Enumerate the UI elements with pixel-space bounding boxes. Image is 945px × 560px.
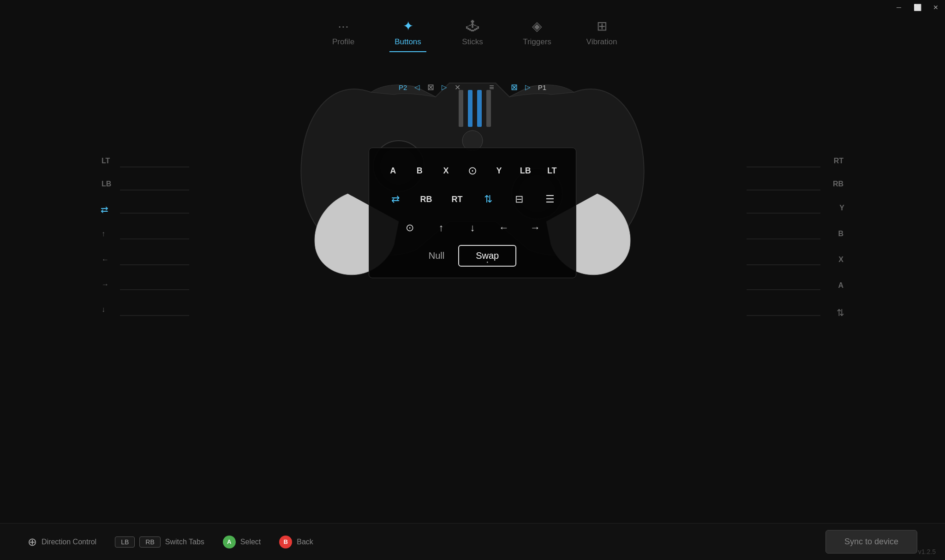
btn-rb[interactable]: RB xyxy=(415,188,437,211)
rt-right-label: RT xyxy=(834,157,843,165)
svg-rect-0 xyxy=(459,90,463,127)
controller-icon-small: ⊠ xyxy=(427,82,434,92)
btn-menu[interactable]: ☰ xyxy=(538,188,561,211)
lb-badge: LB xyxy=(115,536,135,548)
select-hint: A Select xyxy=(223,536,261,548)
xbox-center-icon[interactable]: ⊙ xyxy=(463,159,481,182)
button-row-2: ⇄ RB RT ⇅ ⊟ ☰ xyxy=(384,188,561,211)
left-arrow-icon: ◁ xyxy=(414,83,420,91)
bottom-bar: ⊕ Direction Control LB RB Switch Tabs A … xyxy=(0,523,945,560)
version-label: v1.2.5 xyxy=(918,548,936,555)
action-row: Null Swap xyxy=(384,245,561,267)
back-label: Back xyxy=(297,538,313,546)
x-right-label: X xyxy=(838,256,843,264)
swap-button[interactable]: Swap xyxy=(458,245,516,267)
left-arrow-left: ← xyxy=(102,256,109,264)
btn-rt[interactable]: RT xyxy=(446,188,468,211)
lb-left-label: LB xyxy=(102,180,111,188)
right-arrow-left: → xyxy=(102,280,109,289)
rb-right-label: RB xyxy=(833,180,843,188)
btn-lb[interactable]: LB xyxy=(516,159,534,182)
btn-y[interactable]: Y xyxy=(490,159,508,182)
direction-control-hint: ⊕ Direction Control xyxy=(28,536,96,548)
btn-dpad-up[interactable]: ↑ xyxy=(430,216,453,239)
close-button[interactable]: ✕ xyxy=(927,0,945,15)
b-right-label: B xyxy=(838,230,843,238)
lt-left-label: LT xyxy=(102,157,110,165)
btn-dpad-down[interactable]: ↓ xyxy=(461,216,484,239)
null-label: Null xyxy=(429,250,444,261)
back-hint: B Back xyxy=(279,536,313,548)
btn-lt[interactable]: LT xyxy=(543,159,561,182)
right-arrow-icon: ▷ xyxy=(442,83,447,91)
svg-rect-2 xyxy=(477,90,482,127)
btn-b[interactable]: B xyxy=(410,159,428,182)
btn-a[interactable]: A xyxy=(384,159,402,182)
a-right-label: A xyxy=(838,281,843,290)
y-right-label: Y xyxy=(839,204,844,212)
btn-dpad-right[interactable]: → xyxy=(524,216,547,239)
btn-swap-left[interactable]: ⇄ xyxy=(384,188,407,211)
up-arrow-left: ↑ xyxy=(102,230,105,238)
p1-label: P1 xyxy=(538,83,546,91)
btn-xbox-logo[interactable]: ⊙ xyxy=(398,216,421,239)
down-arrow-left: ↓ xyxy=(102,305,105,314)
select-label: Select xyxy=(240,538,261,546)
restore-button[interactable]: ⬜ xyxy=(908,0,927,15)
btn-swap-right[interactable]: ⇅ xyxy=(477,188,499,211)
button-row-1: A B X ⊙ Y LB LT xyxy=(384,159,561,182)
btn-x[interactable]: X xyxy=(437,159,455,182)
svg-rect-1 xyxy=(468,90,472,127)
titlebar: ─ ⬜ ✕ xyxy=(890,0,945,15)
btn-view[interactable]: ⊟ xyxy=(508,188,530,211)
direction-control-label: Direction Control xyxy=(42,538,96,546)
rb-badge: RB xyxy=(139,536,160,548)
button-panel: A B X ⊙ Y LB LT ⇄ RB RT ⇅ ⊟ ☰ ⊙ ↑ ↓ ← → … xyxy=(369,148,576,278)
menu-icon: ≡ xyxy=(489,83,494,92)
b-circle-badge: B xyxy=(279,536,292,548)
minimize-button[interactable]: ─ xyxy=(890,0,908,15)
p2-label: P2 xyxy=(399,83,407,91)
svg-rect-3 xyxy=(486,90,491,127)
swap-icon-left: ⇄ xyxy=(101,204,108,215)
close-small-icon[interactable]: ✕ xyxy=(455,83,461,92)
switch-tabs-hint: LB RB Switch Tabs xyxy=(115,536,204,548)
right-arrow-right-icon: ▷ xyxy=(525,83,531,91)
btn-dpad-left[interactable]: ← xyxy=(492,216,515,239)
button-row-3: ⊙ ↑ ↓ ← → xyxy=(384,216,561,239)
sync-button[interactable]: Sync to device xyxy=(825,530,917,554)
a-circle-badge: A xyxy=(223,536,236,548)
profile-selector: P2 ◁ ⊠ ▷ ✕ ≡ ⊠ ▷ P1 xyxy=(399,82,546,92)
switch-tabs-label: Switch Tabs xyxy=(165,538,204,546)
controller-icon-right: ⊠ xyxy=(511,82,518,92)
direction-control-icon: ⊕ xyxy=(28,536,37,548)
swap-icon-right: ⇅ xyxy=(837,307,844,318)
